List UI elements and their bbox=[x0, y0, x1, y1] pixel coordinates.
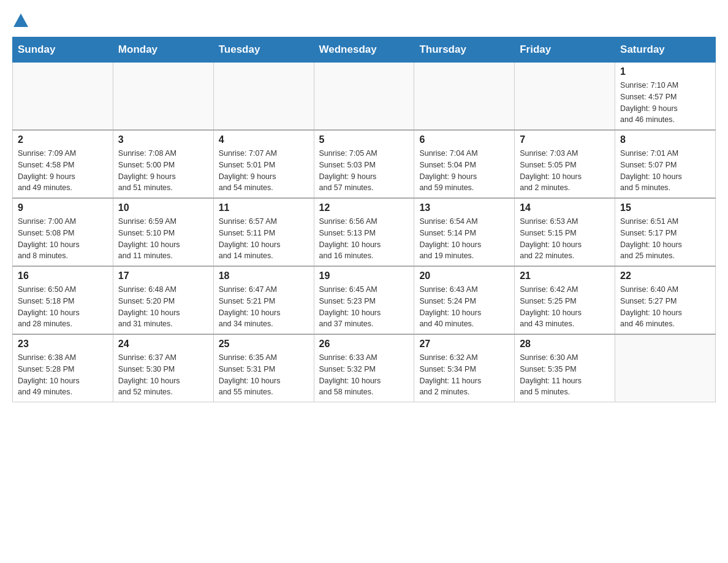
table-row: 3Sunrise: 7:08 AMSunset: 5:00 PMDaylight… bbox=[113, 130, 213, 198]
day-number: 20 bbox=[419, 270, 509, 282]
day-info: Sunrise: 7:07 AMSunset: 5:01 PMDaylight:… bbox=[219, 148, 309, 194]
table-row: 17Sunrise: 6:48 AMSunset: 5:20 PMDayligh… bbox=[113, 266, 213, 334]
header-sunday: Sunday bbox=[13, 37, 113, 63]
logo bbox=[12, 12, 28, 27]
day-number: 27 bbox=[419, 339, 509, 350]
day-info: Sunrise: 7:09 AMSunset: 4:58 PMDaylight:… bbox=[18, 148, 108, 194]
day-info: Sunrise: 7:04 AMSunset: 5:04 PMDaylight:… bbox=[419, 148, 509, 194]
day-info: Sunrise: 6:59 AMSunset: 5:10 PMDaylight:… bbox=[118, 216, 208, 262]
day-number: 22 bbox=[620, 270, 710, 282]
calendar-week-row: 9Sunrise: 7:00 AMSunset: 5:08 PMDaylight… bbox=[13, 198, 716, 266]
day-info: Sunrise: 6:51 AMSunset: 5:17 PMDaylight:… bbox=[620, 216, 710, 262]
day-number: 18 bbox=[219, 270, 309, 282]
day-number: 13 bbox=[419, 202, 509, 213]
day-info: Sunrise: 6:47 AMSunset: 5:21 PMDaylight:… bbox=[219, 284, 309, 330]
day-number: 19 bbox=[319, 270, 409, 282]
day-number: 7 bbox=[520, 134, 610, 145]
table-row: 12Sunrise: 6:56 AMSunset: 5:13 PMDayligh… bbox=[314, 198, 414, 266]
day-info: Sunrise: 6:38 AMSunset: 5:28 PMDaylight:… bbox=[18, 352, 108, 398]
table-row: 27Sunrise: 6:32 AMSunset: 5:34 PMDayligh… bbox=[414, 334, 515, 402]
calendar-week-row: 23Sunrise: 6:38 AMSunset: 5:28 PMDayligh… bbox=[13, 334, 716, 402]
header-wednesday: Wednesday bbox=[314, 37, 414, 63]
table-row: 5Sunrise: 7:05 AMSunset: 5:03 PMDaylight… bbox=[314, 130, 414, 198]
day-number: 4 bbox=[219, 134, 309, 145]
day-number: 10 bbox=[118, 202, 208, 213]
table-row: 15Sunrise: 6:51 AMSunset: 5:17 PMDayligh… bbox=[615, 198, 716, 266]
table-row bbox=[515, 63, 615, 131]
day-number: 11 bbox=[219, 202, 309, 213]
table-row: 25Sunrise: 6:35 AMSunset: 5:31 PMDayligh… bbox=[213, 334, 314, 402]
calendar-week-row: 16Sunrise: 6:50 AMSunset: 5:18 PMDayligh… bbox=[13, 266, 716, 334]
table-row: 2Sunrise: 7:09 AMSunset: 4:58 PMDaylight… bbox=[13, 130, 113, 198]
table-row: 24Sunrise: 6:37 AMSunset: 5:30 PMDayligh… bbox=[113, 334, 213, 402]
table-row: 22Sunrise: 6:40 AMSunset: 5:27 PMDayligh… bbox=[615, 266, 716, 334]
day-info: Sunrise: 6:56 AMSunset: 5:13 PMDaylight:… bbox=[319, 216, 409, 262]
header-monday: Monday bbox=[113, 37, 213, 63]
day-number: 12 bbox=[319, 202, 409, 213]
day-info: Sunrise: 6:40 AMSunset: 5:27 PMDaylight:… bbox=[620, 284, 710, 330]
day-number: 3 bbox=[118, 134, 208, 145]
table-row: 7Sunrise: 7:03 AMSunset: 5:05 PMDaylight… bbox=[515, 130, 615, 198]
day-number: 6 bbox=[419, 134, 509, 145]
table-row: 19Sunrise: 6:45 AMSunset: 5:23 PMDayligh… bbox=[314, 266, 414, 334]
day-info: Sunrise: 6:53 AMSunset: 5:15 PMDaylight:… bbox=[520, 216, 610, 262]
day-number: 2 bbox=[18, 134, 108, 145]
day-number: 1 bbox=[620, 66, 710, 77]
day-info: Sunrise: 6:32 AMSunset: 5:34 PMDaylight:… bbox=[419, 352, 509, 398]
table-row bbox=[13, 63, 113, 131]
header-friday: Friday bbox=[515, 37, 615, 63]
table-row bbox=[615, 334, 716, 402]
table-row: 20Sunrise: 6:43 AMSunset: 5:24 PMDayligh… bbox=[414, 266, 515, 334]
day-info: Sunrise: 6:45 AMSunset: 5:23 PMDaylight:… bbox=[319, 284, 409, 330]
day-info: Sunrise: 6:48 AMSunset: 5:20 PMDaylight:… bbox=[118, 284, 208, 330]
day-info: Sunrise: 6:42 AMSunset: 5:25 PMDaylight:… bbox=[520, 284, 610, 330]
day-info: Sunrise: 6:35 AMSunset: 5:31 PMDaylight:… bbox=[219, 352, 309, 398]
day-info: Sunrise: 7:08 AMSunset: 5:00 PMDaylight:… bbox=[118, 148, 208, 194]
table-row: 16Sunrise: 6:50 AMSunset: 5:18 PMDayligh… bbox=[13, 266, 113, 334]
table-row: 1Sunrise: 7:10 AMSunset: 4:57 PMDaylight… bbox=[615, 63, 716, 131]
day-number: 26 bbox=[319, 339, 409, 350]
day-number: 24 bbox=[118, 339, 208, 350]
day-info: Sunrise: 7:03 AMSunset: 5:05 PMDaylight:… bbox=[520, 148, 610, 194]
page-header bbox=[12, 12, 716, 27]
day-info: Sunrise: 6:37 AMSunset: 5:30 PMDaylight:… bbox=[118, 352, 208, 398]
header-thursday: Thursday bbox=[414, 37, 515, 63]
header-saturday: Saturday bbox=[615, 37, 716, 63]
day-info: Sunrise: 6:54 AMSunset: 5:14 PMDaylight:… bbox=[419, 216, 509, 262]
table-row: 26Sunrise: 6:33 AMSunset: 5:32 PMDayligh… bbox=[314, 334, 414, 402]
table-row: 4Sunrise: 7:07 AMSunset: 5:01 PMDaylight… bbox=[213, 130, 314, 198]
table-row: 9Sunrise: 7:00 AMSunset: 5:08 PMDaylight… bbox=[13, 198, 113, 266]
day-number: 23 bbox=[18, 339, 108, 350]
day-number: 8 bbox=[620, 134, 710, 145]
table-row: 11Sunrise: 6:57 AMSunset: 5:11 PMDayligh… bbox=[213, 198, 314, 266]
day-number: 14 bbox=[520, 202, 610, 213]
table-row: 8Sunrise: 7:01 AMSunset: 5:07 PMDaylight… bbox=[615, 130, 716, 198]
day-info: Sunrise: 7:05 AMSunset: 5:03 PMDaylight:… bbox=[319, 148, 409, 194]
table-row: 18Sunrise: 6:47 AMSunset: 5:21 PMDayligh… bbox=[213, 266, 314, 334]
calendar-header-row: Sunday Monday Tuesday Wednesday Thursday… bbox=[13, 37, 716, 63]
table-row: 21Sunrise: 6:42 AMSunset: 5:25 PMDayligh… bbox=[515, 266, 615, 334]
table-row: 23Sunrise: 6:38 AMSunset: 5:28 PMDayligh… bbox=[13, 334, 113, 402]
calendar-week-row: 2Sunrise: 7:09 AMSunset: 4:58 PMDaylight… bbox=[13, 130, 716, 198]
day-number: 28 bbox=[520, 339, 610, 350]
table-row bbox=[414, 63, 515, 131]
day-number: 5 bbox=[319, 134, 409, 145]
day-number: 9 bbox=[18, 202, 108, 213]
table-row: 6Sunrise: 7:04 AMSunset: 5:04 PMDaylight… bbox=[414, 130, 515, 198]
day-info: Sunrise: 6:33 AMSunset: 5:32 PMDaylight:… bbox=[319, 352, 409, 398]
day-number: 16 bbox=[18, 270, 108, 282]
calendar-table: Sunday Monday Tuesday Wednesday Thursday… bbox=[12, 37, 716, 402]
day-info: Sunrise: 6:50 AMSunset: 5:18 PMDaylight:… bbox=[18, 284, 108, 330]
table-row: 28Sunrise: 6:30 AMSunset: 5:35 PMDayligh… bbox=[515, 334, 615, 402]
calendar-week-row: 1Sunrise: 7:10 AMSunset: 4:57 PMDaylight… bbox=[13, 63, 716, 131]
day-number: 15 bbox=[620, 202, 710, 213]
table-row bbox=[213, 63, 314, 131]
day-number: 25 bbox=[219, 339, 309, 350]
day-info: Sunrise: 6:43 AMSunset: 5:24 PMDaylight:… bbox=[419, 284, 509, 330]
header-tuesday: Tuesday bbox=[213, 37, 314, 63]
day-info: Sunrise: 7:01 AMSunset: 5:07 PMDaylight:… bbox=[620, 148, 710, 194]
day-info: Sunrise: 7:00 AMSunset: 5:08 PMDaylight:… bbox=[18, 216, 108, 262]
day-number: 17 bbox=[118, 270, 208, 282]
table-row: 13Sunrise: 6:54 AMSunset: 5:14 PMDayligh… bbox=[414, 198, 515, 266]
table-row bbox=[314, 63, 414, 131]
